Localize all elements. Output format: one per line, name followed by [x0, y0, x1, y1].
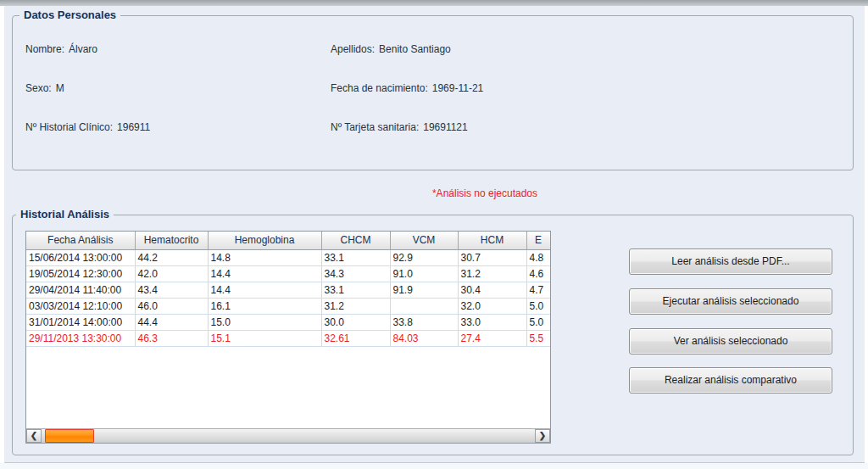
table-cell: 46.3 — [135, 330, 208, 346]
field-apellidos-value: Benito Santiago — [379, 43, 451, 55]
table-cell: 27.4 — [458, 330, 526, 346]
scrollbar-thumb[interactable] — [45, 429, 94, 443]
field-sexo-value: M — [56, 82, 64, 94]
table-cell: 14.4 — [208, 282, 321, 298]
table-cell: 03/03/2014 12:10:00 — [26, 298, 135, 314]
table-cell — [390, 298, 458, 314]
table-cell: 46.0 — [135, 298, 208, 314]
column-header[interactable]: Hemoglobina — [208, 232, 321, 249]
table-row[interactable]: 31/01/2014 14:00:0044.415.030.033.833.05… — [26, 314, 550, 330]
table-header-row: Fecha AnálisisHematocritoHemoglobinaCHCM… — [26, 232, 550, 249]
column-header[interactable]: HCM — [458, 232, 526, 249]
view-selected-analysis-button[interactable]: Ver análisis seleccionado — [629, 328, 832, 355]
analysis-table-scrollpane: Fecha AnálisisHematocritoHemoglobinaCHCM… — [25, 231, 551, 444]
table-cell: 4.6 — [526, 265, 550, 282]
field-nombre: Nombre:Álvaro — [25, 43, 97, 55]
table-cell: 91.0 — [390, 265, 458, 282]
field-apellidos: Apellidos:Benito Santiago — [331, 43, 451, 55]
table-row[interactable]: 29/04/2014 11:40:0043.414.433.191.930.44… — [26, 282, 550, 298]
table-cell: 14.4 — [208, 265, 321, 282]
field-sexo: Sexo:M — [25, 82, 64, 94]
field-fecha-nacimiento-value: 1969-11-21 — [432, 82, 484, 94]
table-cell: 4.7 — [526, 282, 550, 298]
field-tarjeta-sanitaria-value: 19691121 — [423, 121, 468, 133]
personal-data-title: Datos Personales — [19, 8, 120, 21]
scrollbar-track[interactable] — [42, 429, 535, 443]
field-fecha-nacimiento-label: Fecha de nacimiento: — [331, 82, 428, 94]
read-analysis-from-pdf-button[interactable]: Leer análisis desde PDF... — [629, 248, 832, 275]
table-cell: 42.0 — [135, 265, 208, 282]
table-cell: 5.0 — [526, 298, 550, 314]
column-header[interactable]: E — [526, 232, 550, 249]
table-cell: 33.1 — [321, 282, 390, 298]
table-cell: 30.7 — [458, 249, 526, 265]
field-apellidos-label: Apellidos: — [331, 43, 375, 55]
table-cell: 32.0 — [458, 298, 526, 314]
table-row[interactable]: 19/05/2014 12:30:0042.014.434.391.031.24… — [26, 265, 550, 282]
table-cell: 15/06/2014 13:00:00 — [26, 249, 135, 265]
table-cell: 91.9 — [390, 282, 458, 298]
table-cell: 19/05/2014 12:30:00 — [26, 265, 135, 282]
table-cell: 29/11/2013 13:30:00 — [26, 330, 135, 346]
table-row[interactable]: 29/11/2013 13:30:0046.315.132.6184.0327.… — [26, 330, 550, 346]
table-cell: 31.2 — [458, 265, 526, 282]
field-tarjeta-sanitaria: Nº Tarjeta sanitaria:19691121 — [331, 121, 468, 133]
field-historial-clinico-label: Nº Historial Clínico: — [25, 121, 113, 133]
table-row[interactable]: 15/06/2014 13:00:0044.214.833.192.930.74… — [26, 249, 550, 265]
compare-analysis-button[interactable]: Realizar análisis comparativo — [629, 367, 832, 394]
analysis-history-title: Historial Análisis — [16, 208, 114, 221]
table-cell: 33.8 — [390, 314, 458, 330]
field-sexo-label: Sexo: — [25, 82, 52, 94]
table-cell: 15.0 — [208, 314, 321, 330]
scroll-right-arrow-icon[interactable]: ❯ — [535, 429, 550, 443]
table-cell: 16.1 — [208, 298, 321, 314]
table-cell: 29/04/2014 11:40:00 — [26, 282, 135, 298]
table-cell: 32.61 — [321, 330, 390, 346]
scroll-left-arrow-icon[interactable]: ❮ — [26, 429, 42, 443]
field-nombre-label: Nombre: — [25, 43, 64, 55]
table-cell: 30.4 — [458, 282, 526, 298]
table-cell: 14.8 — [208, 249, 321, 265]
window-bottom-edge — [0, 463, 868, 469]
column-header[interactable]: Fecha Análisis — [26, 232, 135, 249]
table-cell: 5.5 — [526, 330, 550, 346]
app-window: Datos Personales Nombre:Álvaro Apellidos… — [0, 0, 868, 469]
analysis-table: Fecha AnálisisHematocritoHemoglobinaCHCM… — [26, 232, 551, 347]
table-cell: 43.4 — [135, 282, 208, 298]
table-cell: 34.3 — [321, 265, 390, 282]
field-nombre-value: Álvaro — [69, 43, 97, 55]
table-cell: 30.0 — [321, 314, 390, 330]
table-cell: 31/01/2014 14:00:00 — [26, 314, 135, 330]
column-header[interactable]: CHCM — [321, 232, 390, 249]
table-cell: 44.4 — [135, 314, 208, 330]
window-top-edge — [0, 0, 868, 6]
table-cell: 33.1 — [321, 249, 390, 265]
table-cell: 15.1 — [208, 330, 321, 346]
table-cell: 4.8 — [526, 249, 550, 265]
table-row[interactable]: 03/03/2014 12:10:0046.016.131.232.05.0 — [26, 298, 550, 314]
field-tarjeta-sanitaria-label: Nº Tarjeta sanitaria: — [331, 121, 419, 133]
column-header[interactable]: VCM — [390, 232, 458, 249]
column-header[interactable]: Hematocrito — [135, 232, 208, 249]
table-cell: 31.2 — [321, 298, 390, 314]
field-historial-clinico: Nº Historial Clínico:196911 — [25, 121, 150, 133]
table-cell: 5.0 — [526, 314, 550, 330]
horizontal-scrollbar: ❮ ❯ — [26, 428, 550, 443]
field-fecha-nacimiento: Fecha de nacimiento:1969-11-21 — [331, 82, 483, 94]
table-cell: 84.03 — [390, 330, 458, 346]
table-empty-area — [26, 347, 550, 427]
table-cell: 44.2 — [135, 249, 208, 265]
execute-selected-analysis-button[interactable]: Ejecutar análisis seleccionado — [629, 288, 832, 315]
table-cell: 33.0 — [458, 314, 526, 330]
table-cell: 92.9 — [390, 249, 458, 265]
field-historial-clinico-value: 196911 — [117, 121, 150, 133]
analysis-not-executed-note: *Análisis no ejecutados — [390, 187, 580, 199]
